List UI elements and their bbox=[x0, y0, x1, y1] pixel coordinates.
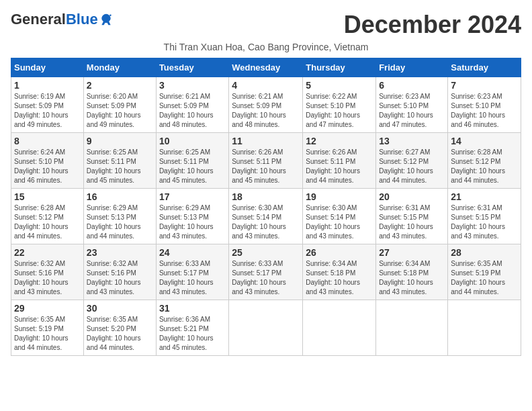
day-info: Sunrise: 6:19 AMSunset: 5:09 PMDaylight:… bbox=[14, 92, 81, 130]
month-title: December 2024 bbox=[344, 11, 521, 39]
day-number: 17 bbox=[159, 191, 226, 202]
table-row: 29Sunrise: 6:35 AMSunset: 5:19 PMDayligh… bbox=[11, 300, 84, 356]
table-row: 19Sunrise: 6:30 AMSunset: 5:14 PMDayligh… bbox=[303, 189, 376, 244]
day-number: 1 bbox=[14, 80, 81, 91]
table-row: 6Sunrise: 6:23 AMSunset: 5:10 PMDaylight… bbox=[376, 77, 448, 133]
day-info: Sunrise: 6:35 AMSunset: 5:20 PMDaylight:… bbox=[87, 315, 153, 353]
day-number: 18 bbox=[232, 191, 300, 202]
table-row bbox=[303, 300, 376, 356]
day-number: 9 bbox=[87, 136, 153, 146]
day-number: 8 bbox=[14, 136, 81, 146]
logo: GeneralBlue bbox=[11, 11, 113, 28]
day-number: 27 bbox=[379, 247, 445, 258]
table-row: 13Sunrise: 6:27 AMSunset: 5:12 PMDayligh… bbox=[376, 133, 448, 189]
day-info: Sunrise: 6:34 AMSunset: 5:18 PMDaylight:… bbox=[306, 259, 373, 297]
day-info: Sunrise: 6:25 AMSunset: 5:11 PMDaylight:… bbox=[87, 148, 153, 185]
day-info: Sunrise: 6:21 AMSunset: 5:09 PMDaylight:… bbox=[232, 92, 300, 130]
day-number: 19 bbox=[306, 191, 373, 202]
day-number: 12 bbox=[306, 136, 373, 146]
day-number: 25 bbox=[232, 247, 300, 258]
day-info: Sunrise: 6:31 AMSunset: 5:15 PMDaylight:… bbox=[379, 203, 445, 241]
table-row: 2Sunrise: 6:20 AMSunset: 5:09 PMDaylight… bbox=[83, 77, 156, 133]
table-row: 1Sunrise: 6:19 AMSunset: 5:09 PMDaylight… bbox=[11, 77, 84, 133]
calendar-table: Sunday Monday Tuesday Wednesday Thursday… bbox=[11, 58, 521, 356]
day-number: 13 bbox=[379, 136, 445, 146]
day-info: Sunrise: 6:21 AMSunset: 5:09 PMDaylight:… bbox=[159, 92, 226, 130]
day-number: 6 bbox=[379, 80, 445, 91]
day-info: Sunrise: 6:30 AMSunset: 5:14 PMDaylight:… bbox=[306, 203, 373, 241]
table-row: 16Sunrise: 6:29 AMSunset: 5:13 PMDayligh… bbox=[83, 189, 156, 244]
day-info: Sunrise: 6:22 AMSunset: 5:10 PMDaylight:… bbox=[306, 92, 373, 130]
table-row: 30Sunrise: 6:35 AMSunset: 5:20 PMDayligh… bbox=[83, 300, 156, 356]
logo-general-text: General bbox=[11, 11, 66, 28]
table-row: 4Sunrise: 6:21 AMSunset: 5:09 PMDaylight… bbox=[229, 77, 303, 133]
day-number: 28 bbox=[451, 247, 518, 258]
day-info: Sunrise: 6:35 AMSunset: 5:19 PMDaylight:… bbox=[451, 259, 518, 297]
day-number: 22 bbox=[14, 247, 81, 258]
day-number: 2 bbox=[87, 80, 153, 91]
table-row: 20Sunrise: 6:31 AMSunset: 5:15 PMDayligh… bbox=[376, 189, 448, 244]
col-saturday: Saturday bbox=[448, 58, 521, 77]
day-number: 14 bbox=[451, 136, 518, 146]
table-row: 26Sunrise: 6:34 AMSunset: 5:18 PMDayligh… bbox=[303, 244, 376, 300]
col-tuesday: Tuesday bbox=[156, 58, 228, 77]
table-row: 11Sunrise: 6:26 AMSunset: 5:11 PMDayligh… bbox=[229, 133, 303, 189]
day-info: Sunrise: 6:32 AMSunset: 5:16 PMDaylight:… bbox=[14, 259, 81, 297]
table-row: 15Sunrise: 6:28 AMSunset: 5:12 PMDayligh… bbox=[11, 189, 84, 244]
table-row bbox=[376, 300, 448, 356]
table-row: 5Sunrise: 6:22 AMSunset: 5:10 PMDaylight… bbox=[303, 77, 376, 133]
day-info: Sunrise: 6:29 AMSunset: 5:13 PMDaylight:… bbox=[87, 203, 153, 241]
day-info: Sunrise: 6:23 AMSunset: 5:10 PMDaylight:… bbox=[379, 92, 445, 130]
table-row: 25Sunrise: 6:33 AMSunset: 5:17 PMDayligh… bbox=[229, 244, 303, 300]
table-row: 18Sunrise: 6:30 AMSunset: 5:14 PMDayligh… bbox=[229, 189, 303, 244]
table-row: 3Sunrise: 6:21 AMSunset: 5:09 PMDaylight… bbox=[156, 77, 228, 133]
calendar-week-row: 1Sunrise: 6:19 AMSunset: 5:09 PMDaylight… bbox=[11, 77, 521, 133]
day-number: 11 bbox=[232, 136, 300, 146]
day-info: Sunrise: 6:25 AMSunset: 5:11 PMDaylight:… bbox=[159, 148, 226, 185]
calendar-header-row: Sunday Monday Tuesday Wednesday Thursday… bbox=[11, 58, 521, 77]
day-info: Sunrise: 6:34 AMSunset: 5:18 PMDaylight:… bbox=[379, 259, 445, 297]
day-info: Sunrise: 6:28 AMSunset: 5:12 PMDaylight:… bbox=[451, 148, 518, 185]
calendar-week-row: 15Sunrise: 6:28 AMSunset: 5:12 PMDayligh… bbox=[11, 189, 521, 244]
table-row: 27Sunrise: 6:34 AMSunset: 5:18 PMDayligh… bbox=[376, 244, 448, 300]
table-row: 9Sunrise: 6:25 AMSunset: 5:11 PMDaylight… bbox=[83, 133, 156, 189]
table-row: 24Sunrise: 6:33 AMSunset: 5:17 PMDayligh… bbox=[156, 244, 228, 300]
day-info: Sunrise: 6:33 AMSunset: 5:17 PMDaylight:… bbox=[232, 259, 300, 297]
col-sunday: Sunday bbox=[11, 58, 84, 77]
table-row bbox=[448, 300, 521, 356]
table-row: 21Sunrise: 6:31 AMSunset: 5:15 PMDayligh… bbox=[448, 189, 521, 244]
day-info: Sunrise: 6:27 AMSunset: 5:12 PMDaylight:… bbox=[379, 148, 445, 185]
title-block: December 2024 bbox=[344, 11, 521, 39]
day-number: 26 bbox=[306, 247, 373, 258]
location-subtitle: Thi Tran Xuan Hoa, Cao Bang Province, Vi… bbox=[11, 42, 521, 52]
logo-bird-icon bbox=[99, 13, 113, 26]
table-row: 14Sunrise: 6:28 AMSunset: 5:12 PMDayligh… bbox=[448, 133, 521, 189]
table-row: 17Sunrise: 6:29 AMSunset: 5:13 PMDayligh… bbox=[156, 189, 228, 244]
day-info: Sunrise: 6:33 AMSunset: 5:17 PMDaylight:… bbox=[159, 259, 226, 297]
day-number: 7 bbox=[451, 80, 518, 91]
day-info: Sunrise: 6:30 AMSunset: 5:14 PMDaylight:… bbox=[232, 203, 300, 241]
day-number: 10 bbox=[159, 136, 226, 146]
table-row: 12Sunrise: 6:26 AMSunset: 5:11 PMDayligh… bbox=[303, 133, 376, 189]
day-info: Sunrise: 6:20 AMSunset: 5:09 PMDaylight:… bbox=[87, 92, 153, 130]
table-row: 10Sunrise: 6:25 AMSunset: 5:11 PMDayligh… bbox=[156, 133, 228, 189]
day-number: 5 bbox=[306, 80, 373, 91]
day-info: Sunrise: 6:35 AMSunset: 5:19 PMDaylight:… bbox=[14, 315, 81, 353]
table-row: 8Sunrise: 6:24 AMSunset: 5:10 PMDaylight… bbox=[11, 133, 84, 189]
day-number: 4 bbox=[232, 80, 300, 91]
calendar-week-row: 22Sunrise: 6:32 AMSunset: 5:16 PMDayligh… bbox=[11, 244, 521, 300]
table-row: 28Sunrise: 6:35 AMSunset: 5:19 PMDayligh… bbox=[448, 244, 521, 300]
day-info: Sunrise: 6:26 AMSunset: 5:11 PMDaylight:… bbox=[232, 148, 300, 185]
day-number: 30 bbox=[87, 303, 153, 314]
day-info: Sunrise: 6:32 AMSunset: 5:16 PMDaylight:… bbox=[87, 259, 153, 297]
table-row bbox=[229, 300, 303, 356]
day-info: Sunrise: 6:26 AMSunset: 5:11 PMDaylight:… bbox=[306, 148, 373, 185]
day-number: 20 bbox=[379, 191, 445, 202]
day-number: 29 bbox=[14, 303, 81, 314]
day-info: Sunrise: 6:28 AMSunset: 5:12 PMDaylight:… bbox=[14, 203, 81, 241]
day-info: Sunrise: 6:31 AMSunset: 5:15 PMDaylight:… bbox=[451, 203, 518, 241]
day-info: Sunrise: 6:29 AMSunset: 5:13 PMDaylight:… bbox=[159, 203, 226, 241]
day-info: Sunrise: 6:23 AMSunset: 5:10 PMDaylight:… bbox=[451, 92, 518, 130]
table-row: 22Sunrise: 6:32 AMSunset: 5:16 PMDayligh… bbox=[11, 244, 84, 300]
calendar-week-row: 8Sunrise: 6:24 AMSunset: 5:10 PMDaylight… bbox=[11, 133, 521, 189]
